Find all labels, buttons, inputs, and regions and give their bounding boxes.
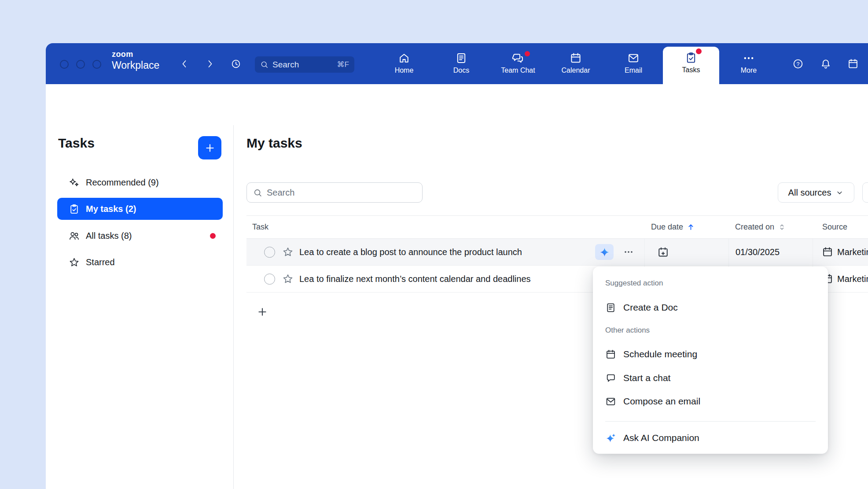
star-task-button[interactable] [282, 246, 294, 258]
task-more-button[interactable] [620, 244, 637, 260]
notifications-button[interactable] [818, 56, 834, 72]
column-header-due-date[interactable]: Due date [644, 216, 728, 238]
header: zoom Workplace Search ⌘F Home Docs Team … [46, 43, 868, 84]
filter-button-clipped[interactable] [862, 182, 868, 203]
nav-label: Docs [453, 67, 469, 74]
source-cell: Marketing [813, 239, 868, 265]
chevron-down-icon [835, 189, 844, 197]
people-icon [69, 230, 80, 241]
sidebar-item-label: All tasks (8) [86, 231, 132, 241]
all-tasks-notification-dot [210, 233, 216, 239]
sidebar-item-label: Starred [86, 257, 115, 267]
star-task-button[interactable] [282, 273, 294, 285]
clock-history-icon [231, 59, 241, 69]
nav-docs[interactable]: Docs [433, 52, 490, 81]
column-header-source: Source [813, 216, 868, 238]
task-title: Lea to create a blog post to announce th… [299, 247, 522, 257]
ai-companion-actions-button[interactable] [595, 244, 614, 260]
ellipsis-icon [743, 52, 755, 64]
sidebar-item-label: Recommended (9) [86, 178, 159, 188]
email-icon [605, 396, 616, 407]
window-control-dot[interactable] [76, 60, 85, 69]
star-icon [282, 273, 294, 285]
nav-label: More [741, 67, 757, 74]
nav-label: Calendar [562, 67, 590, 74]
created-on-date: 01/30/2025 [736, 247, 780, 257]
menu-item-label: Schedule meeting [623, 349, 697, 359]
doc-icon [605, 302, 616, 313]
source-name: Marketing [837, 247, 868, 257]
help-button[interactable]: ? [790, 56, 806, 72]
forward-button[interactable] [202, 56, 218, 72]
task-search-input[interactable] [267, 188, 416, 198]
nav-team-chat[interactable]: Team Chat [489, 52, 547, 81]
nav-label: Home [395, 67, 414, 74]
calendar-add-icon [657, 246, 669, 258]
search-icon [253, 188, 262, 197]
calendar-panel-icon [847, 58, 859, 70]
add-task-button[interactable] [198, 136, 221, 159]
task-complete-radio[interactable] [264, 274, 275, 285]
menu-item-label: Create a Doc [623, 302, 678, 313]
nav-home[interactable]: Home [375, 52, 433, 81]
app-body: Tasks Recommended (9) My tasks (2) All t… [46, 84, 868, 489]
menu-section-label: Suggested action [605, 279, 663, 288]
sidebar-item-all-tasks[interactable]: All tasks (8) [57, 225, 223, 247]
menu-item-ask-ai-companion[interactable]: Ask AI Companion [599, 428, 822, 448]
column-header-created-on[interactable]: Created on [728, 216, 813, 238]
add-due-date-button[interactable] [657, 246, 669, 258]
created-on-cell: 01/30/2025 [728, 239, 813, 265]
task-complete-radio[interactable] [264, 247, 275, 258]
home-icon [398, 52, 410, 64]
page-title: My tasks [246, 136, 302, 151]
global-search[interactable]: Search ⌘F [255, 56, 354, 73]
workplace-wordmark: Workplace [112, 60, 159, 70]
menu-item-schedule-meeting[interactable]: Schedule meeting [599, 345, 822, 364]
source-calendar-icon [822, 246, 833, 258]
task-cell: Lea to finalize next month’s content cal… [246, 266, 644, 292]
task-search-box [246, 182, 423, 203]
search-icon [260, 60, 268, 69]
ai-sparkle-icon [605, 433, 616, 444]
zoom-wordmark: zoom [112, 50, 159, 58]
task-title: Lea to finalize next month’s content cal… [299, 274, 531, 284]
menu-item-label: Ask AI Companion [623, 433, 699, 443]
task-cell: Lea to create a blog post to announce th… [246, 239, 644, 265]
menu-item-compose-email[interactable]: Compose an email [599, 392, 822, 411]
window-control-dot[interactable] [92, 60, 101, 69]
calendar-panel-button[interactable] [845, 56, 861, 72]
tasks-icon [69, 204, 80, 215]
my-tasks-panel: My tasks All sources Task Due date [234, 125, 868, 489]
sources-filter-label: All sources [788, 188, 831, 198]
task-row[interactable]: Lea to create a blog post to announce th… [246, 239, 868, 266]
plus-icon [204, 142, 216, 154]
menu-item-start-chat[interactable]: Start a chat [599, 368, 822, 388]
nav-more[interactable]: More [720, 52, 777, 81]
calendar-icon [570, 52, 582, 64]
search-shortcut-hint: ⌘F [337, 60, 349, 69]
star-icon [282, 246, 294, 258]
new-task-button[interactable] [255, 305, 269, 319]
chevron-left-icon [179, 59, 190, 69]
sidebar-item-recommended[interactable]: Recommended (9) [57, 171, 223, 193]
history-button[interactable] [228, 56, 244, 72]
chevron-right-icon [205, 59, 215, 69]
tasks-icon [685, 52, 697, 64]
window-control-dot[interactable] [60, 60, 69, 69]
nav-label: Email [625, 67, 642, 74]
sidebar-item-starred[interactable]: Starred [57, 251, 223, 273]
ai-sparkle-icon [600, 247, 610, 257]
back-button[interactable] [177, 56, 192, 72]
nav-tasks-active-tab[interactable]: Tasks [663, 47, 719, 84]
menu-section-label: Other actions [605, 326, 650, 335]
menu-item-create-doc[interactable]: Create a Doc [599, 298, 822, 317]
sidebar-item-my-tasks[interactable]: My tasks (2) [57, 198, 223, 220]
ai-actions-menu: Suggested action Create a Doc Other acti… [593, 267, 828, 454]
sources-filter-dropdown[interactable]: All sources [778, 182, 854, 203]
due-date-cell [644, 239, 728, 265]
team-chat-notification-dot [525, 51, 530, 56]
sidebar-title: Tasks [58, 136, 95, 151]
nav-calendar[interactable]: Calendar [547, 52, 604, 81]
nav-email[interactable]: Email [605, 52, 662, 81]
menu-item-label: Start a chat [623, 373, 670, 383]
